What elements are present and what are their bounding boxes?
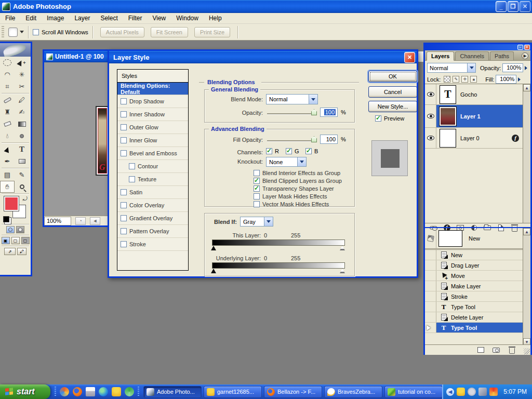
ok-button[interactable]: OK — [368, 71, 417, 82]
stroke-checkbox[interactable] — [121, 241, 127, 247]
bevel-emboss-checkbox[interactable] — [121, 150, 127, 156]
image-layer-thumbnail[interactable] — [440, 107, 456, 126]
this-layer-black-slider[interactable] — [211, 246, 216, 250]
pattern-overlay-checkbox[interactable] — [121, 228, 127, 234]
transparency-shapes-option[interactable]: Transparency Shapes Layer — [254, 185, 334, 192]
inner-shadow-checkbox[interactable] — [121, 111, 127, 117]
menu-select[interactable]: Select — [95, 14, 123, 23]
history-state-row-selected[interactable]: T Type Tool — [425, 323, 530, 333]
style-item-blending-options[interactable]: Blending Options: Default — [117, 83, 188, 95]
style-item-drop-shadow[interactable]: Drop Shadow — [117, 95, 188, 108]
palette-menu-icon[interactable]: ▶ — [522, 52, 528, 59]
style-item-outer-glow[interactable]: Outer Glow — [117, 121, 188, 134]
style-item-inner-shadow[interactable]: Inner Shadow — [117, 108, 188, 121]
style-item-stroke[interactable]: Stroke — [117, 238, 188, 251]
standard-mode-button[interactable] — [6, 226, 15, 233]
inner-glow-checkbox[interactable] — [121, 137, 127, 143]
chevron-down-icon[interactable] — [309, 95, 317, 104]
satin-checkbox[interactable] — [121, 189, 127, 195]
default-colors-icon[interactable] — [3, 216, 9, 222]
recycle-icon[interactable] — [125, 387, 134, 396]
scroll-up-icon[interactable]: ▲ — [523, 228, 530, 235]
task-braveszebra[interactable]: BravesZebra... — [324, 386, 382, 398]
blend-interior-effects-checkbox[interactable] — [254, 170, 260, 176]
visibility-toggle[interactable] — [425, 105, 436, 127]
chevron-down-icon[interactable] — [264, 217, 273, 226]
shape-tool-icon[interactable] — [15, 155, 29, 167]
menu-image[interactable]: Image — [42, 14, 69, 23]
lock-all-icon[interactable]: 🔒︎ — [470, 76, 477, 83]
layer-opacity-field[interactable]: 100% — [502, 63, 523, 72]
layer-name[interactable]: Layer 1 — [460, 113, 481, 119]
style-item-pattern-overlay[interactable]: Pattern Overlay — [117, 225, 188, 238]
history-state-row[interactable]: Drag Layer — [425, 260, 530, 271]
chevron-down-icon[interactable] — [467, 63, 475, 72]
blend-clipped-layers-option[interactable]: Blend Clipped Layers as Group — [254, 178, 342, 184]
crop-tool-icon[interactable]: ⌗ — [0, 81, 15, 92]
close-button[interactable]: ✕ — [520, 1, 530, 12]
restore-button[interactable]: ❐ — [508, 1, 518, 12]
outer-glow-checkbox[interactable] — [121, 124, 127, 130]
chevron-down-icon[interactable] — [297, 157, 306, 166]
menu-file[interactable]: File — [0, 14, 20, 23]
healing-brush-tool-icon[interactable] — [0, 94, 15, 106]
eraser-tool-icon[interactable] — [0, 118, 15, 130]
clone-stamp-tool-icon[interactable]: ♜ — [0, 106, 15, 118]
task-adobe-photoshop[interactable]: Adobe Photo... — [143, 386, 202, 398]
style-item-satin[interactable]: Satin — [117, 186, 188, 199]
layer-name[interactable]: Gocho — [460, 91, 477, 98]
internet-globe-icon[interactable] — [99, 387, 108, 396]
msn-icon[interactable] — [60, 387, 69, 396]
dialog-titlebar[interactable]: Layer Style ✕ — [109, 51, 417, 63]
new-snapshot-icon[interactable] — [492, 347, 500, 353]
lock-position-icon[interactable]: ✛ — [461, 76, 468, 83]
style-item-gradient-overlay[interactable]: Gradient Overlay — [117, 212, 188, 225]
scroll-left-icon[interactable]: ◄ — [90, 217, 100, 225]
task-garnet12685[interactable]: garnet12685... — [204, 386, 262, 398]
pen-tool-icon[interactable]: ✒︎ — [0, 155, 15, 167]
quick-mask-mode-button[interactable] — [16, 226, 24, 233]
menu-edit[interactable]: Edit — [20, 14, 42, 23]
fill-layer-thumbnail[interactable] — [440, 129, 456, 148]
style-item-contour[interactable]: Contour — [117, 160, 188, 173]
style-item-inner-glow[interactable]: Inner Glow — [117, 134, 188, 147]
gradient-tool-icon[interactable] — [15, 118, 29, 130]
opacity-value-field[interactable]: 100 — [320, 108, 338, 117]
menu-filter[interactable]: Filter — [123, 14, 148, 23]
standard-screen-mode-button[interactable]: ▣ — [2, 237, 10, 244]
firefox-icon[interactable] — [73, 387, 82, 396]
channel-r-checkbox[interactable] — [266, 148, 272, 154]
dodge-tool-icon[interactable] — [15, 130, 29, 142]
scroll-up-icon[interactable]: ▲ — [523, 84, 530, 91]
history-state-row[interactable]: Move — [425, 271, 530, 281]
history-source-cell[interactable] — [425, 271, 436, 281]
history-state-row[interactable]: New — [425, 250, 530, 260]
layer-mask-hides-checkbox[interactable] — [254, 193, 260, 200]
layer-mask-hides-option[interactable]: Layer Mask Hides Effects — [254, 193, 327, 200]
resize-grip[interactable] — [524, 348, 530, 354]
history-source-cell[interactable] — [425, 302, 436, 312]
palette-close-button[interactable]: ✕ — [524, 45, 530, 50]
history-snapshot-row[interactable]: New — [425, 228, 530, 250]
fullscreen-mode-button[interactable]: ▢ — [21, 237, 30, 244]
volume-icon[interactable] — [468, 388, 476, 396]
this-layer-gradient-bar[interactable] — [212, 240, 345, 246]
opacity-arrow-icon[interactable] — [525, 66, 527, 70]
antivirus-icon[interactable] — [489, 388, 498, 396]
brush-tool-icon[interactable]: 🖊︎ — [15, 94, 29, 106]
texture-checkbox[interactable] — [129, 176, 135, 182]
toolbox-dragbar[interactable] — [0, 43, 31, 57]
channel-b-checkbox[interactable] — [305, 148, 312, 154]
transparency-shapes-checkbox[interactable] — [254, 185, 260, 192]
type-tool-icon[interactable]: T — [15, 143, 29, 155]
history-source-cell[interactable] — [425, 323, 436, 332]
task-bellazon[interactable]: Bellazon -> F... — [264, 386, 322, 398]
contour-checkbox[interactable] — [129, 163, 135, 169]
vector-mask-hides-option[interactable]: Vector Mask Hides Effects — [254, 201, 329, 207]
slice-tool-icon[interactable]: ✂ — [15, 81, 29, 92]
history-source-cell[interactable] — [425, 291, 436, 301]
text-layer-thumbnail[interactable]: T — [440, 85, 456, 104]
blend-mode-dropdown[interactable]: Normal — [266, 94, 318, 104]
channel-g-checkbox[interactable] — [286, 148, 292, 154]
edit-in-imageready-button[interactable]: ⇗ — [4, 248, 16, 255]
